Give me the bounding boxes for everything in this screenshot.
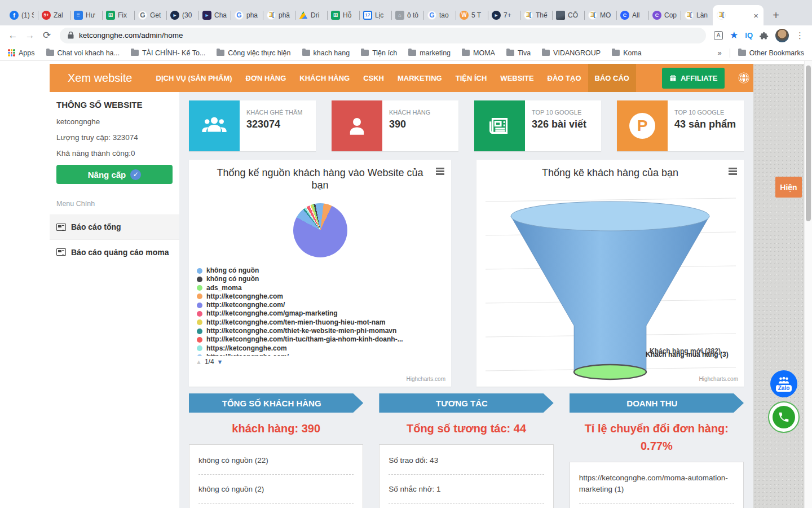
iq-extension-icon[interactable]: IQ [745, 31, 753, 40]
legend-item[interactable]: https://ketcongnghe.com [197, 344, 451, 353]
browser-tab[interactable]: ⊞Hỗ [327, 5, 359, 25]
bookmark-folder[interactable]: marketing [408, 49, 451, 57]
tab-title: Dri [311, 11, 323, 19]
browser-tab[interactable]: CCop [648, 5, 681, 25]
reload-button[interactable]: ⟳ [38, 29, 55, 41]
bookmark-folder[interactable]: khach hang [302, 49, 350, 57]
browser-tab-strip: f(1) S5+Zal≡Hư⊞FixGGet▸(30▸ChaGphaƎ[phầD… [0, 0, 812, 25]
browser-tab[interactable]: Dri [295, 5, 327, 25]
nav-item[interactable]: KHÁCH HÀNG [293, 64, 356, 92]
legend-item[interactable]: http://ketcongnghe.com/ten-mien-thuong-h… [197, 318, 451, 327]
nav-item[interactable]: DỊCH VỤ (SẢN PHẨM) [149, 64, 239, 92]
browser-tab[interactable]: ≡Hư [70, 5, 102, 25]
highcharts-credit[interactable]: Highcharts.com [699, 376, 738, 382]
nav-item[interactable]: BÁO CÁO [588, 64, 636, 92]
nav-item[interactable]: WEBSITE [493, 64, 540, 92]
view-website-link[interactable]: Xem website [68, 72, 133, 85]
extensions-puzzle-icon[interactable] [760, 31, 769, 40]
bookmarks-overflow-chevron[interactable]: » [718, 49, 722, 57]
folder-icon [46, 50, 54, 56]
translate-icon[interactable]: A [714, 31, 723, 40]
browser-tab[interactable]: Ǝ[Làn [681, 5, 713, 25]
legend-item[interactable]: https://ketcongnghe.com/ [197, 353, 451, 356]
nav-item[interactable]: MARKETING [391, 64, 449, 92]
highcharts-credit[interactable]: Highcharts.com [407, 376, 445, 382]
nav-item[interactable]: TIỆN ÍCH [449, 64, 494, 92]
legend-label: không có nguồn [206, 275, 259, 283]
browser-tab[interactable]: Gpha [231, 5, 263, 25]
browser-tab[interactable]: ▸Cha [198, 5, 231, 25]
sidebar-menu-item[interactable]: Báo cáo quảng cáo moma [50, 239, 179, 264]
browser-tab[interactable]: 17Lịc [359, 5, 391, 25]
bookmark-folder[interactable]: Chat voi khach ha... [46, 49, 120, 57]
browser-tab[interactable]: f(1) S [6, 5, 38, 25]
phone-call-widget[interactable] [768, 401, 800, 433]
affiliate-button[interactable]: AFFILIATE [662, 68, 725, 89]
bookmark-folder[interactable]: VIDANGROUP [542, 49, 601, 57]
browser-tab-active[interactable]: Ǝ[× [713, 5, 764, 25]
chart-context-menu-icon[interactable] [436, 168, 444, 175]
page-scrollbar[interactable] [804, 61, 812, 508]
browser-tab[interactable]: ⌂ô tô [391, 5, 423, 25]
browser-tab[interactable]: GGet [134, 5, 166, 25]
legend-item[interactable]: không có nguồn [197, 266, 451, 275]
new-tab-button[interactable]: + [768, 7, 784, 23]
upgrade-button[interactable]: Nâng cấp ✓ [56, 165, 173, 184]
legend-page-up-icon[interactable]: ▲ [196, 358, 202, 365]
browser-tab[interactable]: ▸(30 [166, 5, 198, 25]
pie-chart[interactable] [293, 203, 347, 257]
browser-tab[interactable]: W5 T [456, 5, 488, 25]
zalo-label: Zalo [776, 385, 792, 392]
bookmark-star-icon[interactable]: ★ [730, 29, 738, 41]
chart-context-menu-icon[interactable] [729, 168, 737, 175]
hien-button[interactable]: Hiện [775, 177, 802, 198]
w-orange-favicon: W [460, 11, 469, 20]
back-button[interactable]: ← [5, 30, 21, 41]
browser-profile-avatar[interactable] [775, 29, 789, 42]
nav-item[interactable]: CSKH [356, 64, 391, 92]
stat-card: P TOP 10 GOOGLE 43 sản phẩm [617, 100, 744, 151]
browser-tab[interactable]: ▸7+ [488, 5, 520, 25]
getfly-favicon: G [138, 11, 147, 20]
browser-tab[interactable]: Gtao [423, 5, 456, 25]
nav-item[interactable]: ĐÀO TẠO [541, 64, 588, 92]
scrollbar-thumb[interactable] [806, 65, 811, 221]
browser-tab[interactable]: Ǝ[phầ [263, 5, 295, 25]
phone-icon [778, 411, 790, 423]
browser-tab[interactable]: Ǝ[MO [584, 5, 616, 25]
bookmark-folder[interactable]: Công việc thực hiện [217, 49, 290, 57]
browser-tab[interactable]: 5+Zal [38, 5, 70, 25]
visits-stat: Lượng truy cập: 323074 [56, 133, 173, 142]
zalo-favicon: 5+ [42, 11, 51, 20]
legend-item[interactable]: http://ketcongnghe.com [197, 292, 451, 301]
globe-icon[interactable] [737, 71, 751, 85]
legend-page-down-icon[interactable]: ▼ [217, 358, 223, 365]
legend-swatch [197, 319, 202, 325]
tab-close-icon[interactable]: × [752, 11, 760, 20]
legend-item[interactable]: http://ketcongnghe.com/gmap-marketing [197, 309, 451, 318]
legend-item[interactable]: http://ketcongnghe.com/ [197, 301, 451, 309]
bookmark-folder[interactable]: Koma [612, 49, 642, 57]
legend-item[interactable]: http://ketcongnghe.com/thiet-ke-website-… [197, 327, 451, 335]
bookmark-apps[interactable]: Apps [8, 49, 35, 57]
legend-item[interactable]: không có nguồn [197, 275, 451, 283]
browser-tab[interactable]: CÔ [552, 5, 584, 25]
users-icon [189, 100, 240, 151]
browser-tab[interactable]: Ǝ[Thế [520, 5, 552, 25]
bookmark-folder[interactable]: MOMA [462, 49, 495, 57]
legend-item[interactable]: ads_moma [197, 284, 451, 292]
sidebar-menu-item[interactable]: Báo cáo tổng [50, 214, 179, 239]
browser-tab[interactable]: ⊞Fix [102, 5, 134, 25]
bookmark-folder[interactable]: Tiva [506, 49, 531, 57]
chrome-menu-icon[interactable]: ⋮ [796, 30, 804, 41]
address-bar[interactable]: ketcongnghe.com/admin/home [60, 28, 706, 43]
browser-tab[interactable]: CAll [616, 5, 648, 25]
legend-swatch [197, 285, 202, 291]
other-bookmarks[interactable]: Other Bookmarks [738, 49, 804, 57]
bookmark-folder[interactable]: TÀI CHÍNH- Kế To... [131, 49, 205, 57]
forward-button[interactable]: → [21, 30, 38, 41]
zalo-widget[interactable]: Zalo [770, 370, 797, 397]
legend-item[interactable]: http://ketcongnghe.com/tin-tuc/tham-gia-… [197, 335, 451, 344]
nav-item[interactable]: ĐƠN HÀNG [239, 64, 293, 92]
bookmark-folder[interactable]: Tiện ích [361, 49, 397, 57]
